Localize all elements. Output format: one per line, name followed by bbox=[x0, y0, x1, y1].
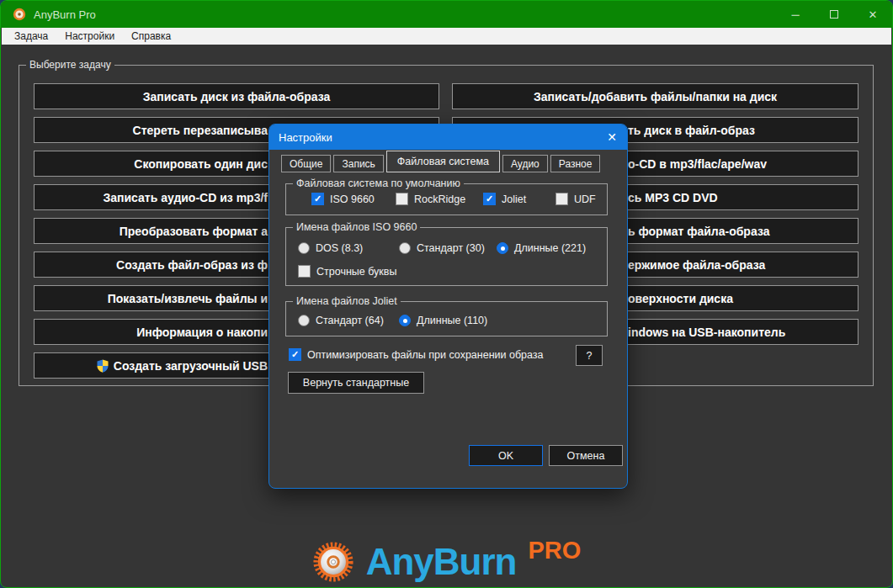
task-group-label: Выберите задачу bbox=[26, 59, 114, 71]
window-titlebar: AnyBurn Pro ─ ✕ bbox=[1, 1, 892, 28]
radio-iso-standard[interactable]: Стандарт (30) bbox=[399, 242, 485, 254]
tab-file-system[interactable]: Файловая система bbox=[386, 151, 500, 172]
task-button-burn-files[interactable]: Записать/добавить файлы/папки на диск bbox=[452, 83, 858, 109]
checkbox-optimize[interactable]: ✓Оптимизировать файлы при сохранении обр… bbox=[289, 348, 544, 361]
checkbox-icon: ✓ bbox=[289, 348, 301, 361]
help-button[interactable]: ? bbox=[576, 345, 603, 366]
tab-general[interactable]: Общие bbox=[281, 155, 331, 172]
checkbox-lowercase[interactable]: Строчные буквы bbox=[298, 265, 396, 278]
fs-default-group-label: Файловая система по умолчанию bbox=[293, 177, 464, 189]
tab-audio[interactable]: Аудио bbox=[502, 155, 548, 172]
menu-bar: Задача Настройки Справка bbox=[2, 28, 891, 45]
menu-item-task[interactable]: Задача bbox=[6, 30, 56, 42]
dialog-titlebar: Настройки ✕ bbox=[269, 124, 627, 150]
radio-icon bbox=[399, 315, 411, 326]
tab-burning[interactable]: Запись bbox=[333, 155, 383, 172]
checkbox-icon bbox=[396, 193, 408, 205]
radio-joliet-standard[interactable]: Стандарт (64) bbox=[298, 315, 384, 326]
radio-icon bbox=[298, 315, 310, 326]
menu-item-help[interactable]: Справка bbox=[123, 30, 179, 42]
logo-text: AnyBurn bbox=[366, 543, 517, 580]
checkbox-icon bbox=[298, 265, 311, 278]
tab-misc[interactable]: Разное bbox=[550, 155, 601, 172]
radio-icon bbox=[298, 242, 310, 254]
radio-icon bbox=[399, 242, 411, 254]
dialog-close-button[interactable]: ✕ bbox=[607, 124, 617, 150]
task-button-burn-image[interactable]: Записать диск из файла-образа bbox=[34, 83, 439, 109]
maximize-icon bbox=[830, 10, 838, 19]
checkbox-udf[interactable]: UDF bbox=[555, 193, 596, 205]
app-icon bbox=[13, 8, 26, 21]
settings-dialog: Настройки ✕ Общие Запись Файловая систем… bbox=[268, 124, 628, 489]
window-controls: ─ ✕ bbox=[776, 1, 892, 28]
minimize-button[interactable]: ─ bbox=[776, 1, 815, 28]
checkbox-icon bbox=[555, 193, 568, 205]
joliet-names-group-label: Имена файлов Joliet bbox=[293, 295, 401, 307]
menu-item-settings[interactable]: Настройки bbox=[56, 30, 123, 42]
checkbox-joliet[interactable]: ✓Joliet bbox=[483, 193, 526, 205]
close-button[interactable]: ✕ bbox=[853, 1, 892, 28]
radio-joliet-long[interactable]: Длинные (110) bbox=[399, 315, 487, 326]
app-window: AnyBurn Pro ─ ✕ Задача Настройки Справка… bbox=[0, 0, 893, 588]
window-title: AnyBurn Pro bbox=[34, 8, 96, 21]
radio-icon bbox=[497, 242, 508, 254]
client-area: Выберите задачу Записать диск из файла-о… bbox=[2, 45, 891, 586]
maximize-button[interactable] bbox=[815, 1, 853, 28]
checkbox-icon: ✓ bbox=[483, 193, 496, 205]
checkbox-icon: ✓ bbox=[311, 193, 324, 205]
cancel-button[interactable]: Отмена bbox=[549, 445, 623, 466]
anyburn-disc-icon bbox=[312, 541, 354, 583]
radio-iso-long[interactable]: Длинные (221) bbox=[497, 242, 586, 254]
dialog-tabs: Общие Запись Файловая система Аудио Разн… bbox=[281, 151, 600, 172]
logo-badge: PRO bbox=[528, 538, 581, 563]
dialog-title: Настройки bbox=[279, 131, 332, 144]
iso-names-group-label: Имена файлов ISO 9660 bbox=[293, 221, 420, 233]
ok-button[interactable]: OK bbox=[469, 445, 543, 466]
uac-shield-icon bbox=[96, 359, 109, 373]
checkbox-iso9660[interactable]: ✓ISO 9660 bbox=[311, 193, 375, 205]
checkbox-rockridge[interactable]: RockRidge bbox=[396, 193, 465, 205]
restore-defaults-button[interactable]: Вернуть стандартные bbox=[288, 372, 424, 394]
anyburn-logo: AnyBurn PRO bbox=[2, 536, 891, 588]
radio-iso-dos[interactable]: DOS (8.3) bbox=[298, 242, 363, 254]
